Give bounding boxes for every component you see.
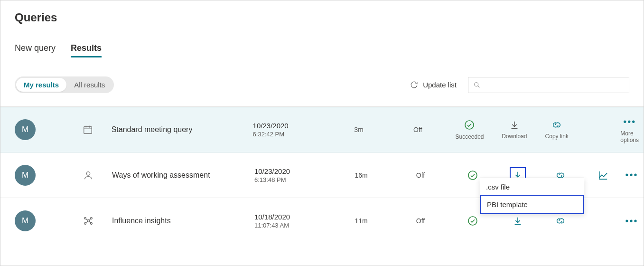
network-icon <box>65 216 112 226</box>
tabs: New query Results <box>15 43 629 57</box>
toolbar: My results All results Update list <box>15 76 629 93</box>
svg-point-0 <box>475 82 478 86</box>
download-menu: .csv file PBI template <box>480 178 584 214</box>
refresh-icon <box>410 81 418 89</box>
more-icon: ••• <box>623 116 636 127</box>
avatar: M <box>15 119 36 140</box>
more-icon: ••• <box>625 170 638 180</box>
tab-results[interactable]: Results <box>71 43 102 57</box>
filter-all-results[interactable]: All results <box>66 78 112 92</box>
svg-point-12 <box>86 171 90 175</box>
copy-link-label: Copy link <box>545 133 569 140</box>
auto-refresh: Off <box>392 171 449 179</box>
svg-point-20 <box>91 218 93 219</box>
more-icon: ••• <box>625 216 638 227</box>
svg-point-18 <box>87 220 90 222</box>
page-title: Queries <box>15 11 629 24</box>
download-pbi-option[interactable]: PBI template <box>480 195 584 214</box>
avatar: M <box>15 165 36 186</box>
more-options-button[interactable]: ••• <box>625 170 639 180</box>
search-input[interactable] <box>481 81 624 89</box>
query-name: Influence insights <box>112 217 254 225</box>
check-circle-icon <box>464 119 475 131</box>
svg-line-1 <box>478 86 480 87</box>
link-icon <box>551 120 562 130</box>
calendar-icon <box>64 124 111 135</box>
check-circle-icon <box>467 170 478 181</box>
run-time: 11:07:43 AM <box>254 222 330 229</box>
more-label: More options <box>620 130 639 143</box>
query-name: Ways of working assessment <box>112 171 254 180</box>
run-date: 10/23/2020 <box>253 122 328 130</box>
duration: 11m <box>330 217 392 225</box>
svg-line-25 <box>86 221 87 223</box>
svg-rect-2 <box>84 127 92 134</box>
download-icon <box>513 216 523 226</box>
results-filter-toggle: My results All results <box>15 76 114 93</box>
auto-refresh: Off <box>390 126 446 133</box>
svg-line-26 <box>89 221 91 223</box>
update-list-label: Update list <box>423 81 457 89</box>
status-label: Succeeded <box>455 133 484 140</box>
query-name: Standard meeting query <box>112 125 253 134</box>
person-icon <box>65 170 112 180</box>
duration: 3m <box>328 126 390 133</box>
check-circle-icon <box>467 215 478 227</box>
tab-new-query[interactable]: New query <box>15 43 56 57</box>
search-icon <box>473 81 481 89</box>
visualize-button[interactable] <box>582 170 625 180</box>
download-button[interactable] <box>496 216 539 226</box>
download-button[interactable]: Download <box>493 120 535 140</box>
svg-point-27 <box>468 217 477 225</box>
run-date: 10/18/2020 <box>254 213 330 221</box>
svg-point-21 <box>84 223 86 225</box>
results-table: M Standard meeting query 10/23/2020 6:32… <box>0 106 644 244</box>
duration: 16m <box>330 171 392 179</box>
avatar: M <box>15 210 36 231</box>
table-row[interactable]: M Standard meeting query 10/23/2020 6:32… <box>0 107 644 152</box>
svg-line-23 <box>86 219 87 220</box>
run-date: 10/23/2020 <box>254 167 330 175</box>
link-icon <box>555 216 566 226</box>
filter-my-results[interactable]: My results <box>16 78 66 92</box>
download-label: Download <box>502 133 527 140</box>
download-icon <box>509 120 520 130</box>
copy-link-button[interactable] <box>539 216 582 226</box>
more-options-button[interactable]: ••• More options <box>620 116 639 143</box>
svg-point-9 <box>465 121 474 129</box>
copy-link-button[interactable]: Copy link <box>536 120 578 140</box>
svg-line-24 <box>89 219 91 220</box>
chart-icon <box>597 170 609 180</box>
svg-point-19 <box>84 218 86 219</box>
download-csv-option[interactable]: .csv file <box>480 178 584 196</box>
auto-refresh: Off <box>392 217 449 225</box>
svg-point-22 <box>91 223 93 225</box>
search-box[interactable] <box>468 77 629 93</box>
update-list-button[interactable]: Update list <box>410 81 457 89</box>
svg-point-13 <box>468 171 477 180</box>
run-time: 6:32:42 PM <box>253 131 328 138</box>
run-time: 6:13:48 PM <box>254 176 330 183</box>
more-options-button[interactable]: ••• <box>625 216 639 227</box>
